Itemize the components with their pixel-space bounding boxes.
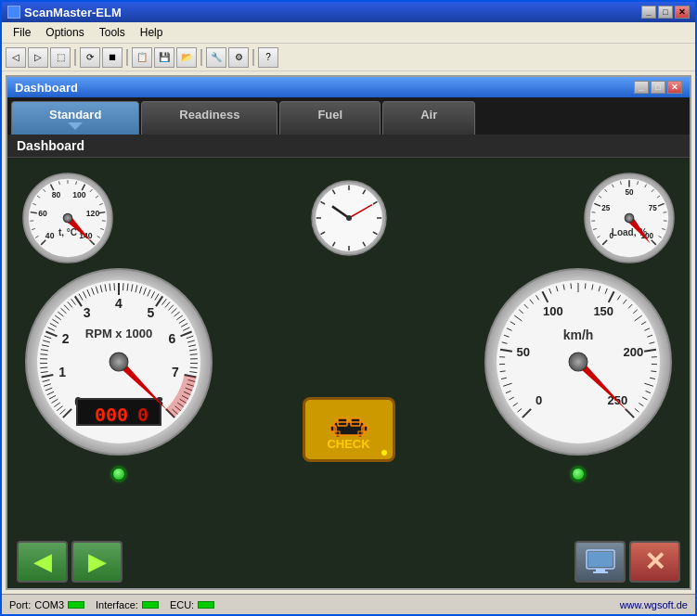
toolbar-sep-4 (252, 49, 254, 66)
menu-help[interactable]: Help (133, 24, 171, 41)
dash-win-controls: _ □ ✕ (634, 81, 682, 94)
toolbar-btn-10[interactable]: ⚙ (228, 47, 249, 68)
tab-readiness[interactable]: Readiness (141, 101, 278, 135)
tabs-bar: Standard Readiness Fuel Air (7, 97, 690, 135)
menu-file[interactable]: File (6, 24, 38, 41)
toolbar-btn-4[interactable]: ⟳ (80, 47, 100, 68)
dash-titlebar: Dashboard _ □ ✕ (7, 77, 690, 97)
toolbar: ◁ ▷ ⬚ ⟳ ⏹ 📋 💾 📂 🔧 ⚙ ? (2, 44, 695, 71)
app-icon (7, 6, 20, 19)
menu-options[interactable]: Options (38, 24, 91, 41)
speed-gauge (476, 260, 680, 481)
close-icon: ✕ (644, 546, 665, 577)
check-engine-light: CHECK (303, 397, 395, 462)
load-gauge (578, 167, 680, 269)
back-icon: ◀ (33, 547, 52, 576)
gauge-area: CHECK (7, 158, 690, 535)
app-win-controls: _ □ ✕ (641, 6, 690, 19)
nav-right: ✕ (574, 541, 680, 583)
toolbar-btn-6[interactable]: 📋 (132, 47, 152, 68)
toolbar-btn-2[interactable]: ▷ (28, 47, 48, 68)
app-window: ScanMaster-ELM _ □ ✕ File Options Tools … (0, 0, 697, 616)
svg-rect-3 (330, 426, 336, 431)
statusbar: Port: COM3 Interface: ECU: www.wgsoft.de (2, 594, 695, 614)
dash-title: Dashboard (15, 81, 78, 95)
tab-standard[interactable]: Standard (11, 101, 139, 135)
status-left: Port: COM3 Interface: ECU: (9, 599, 214, 610)
toolbar-sep-2 (126, 49, 128, 66)
gauges-top-row (17, 167, 680, 269)
speed-led (572, 468, 585, 481)
toolbar-btn-7[interactable]: 💾 (154, 47, 174, 68)
status-port: Port: COM3 (9, 599, 84, 610)
app-titlebar: ScanMaster-ELM _ □ ✕ (2, 2, 695, 22)
menu-tools[interactable]: Tools (92, 24, 133, 41)
port-label: Port: (9, 599, 31, 610)
app-close-btn[interactable]: ✕ (675, 6, 690, 19)
temp-gauge (17, 167, 119, 269)
gauges-bottom-row: CHECK (17, 260, 680, 481)
svg-rect-15 (588, 552, 613, 567)
app-maximize-btn[interactable]: □ (658, 6, 673, 19)
toolbar-btn-5[interactable]: ⏹ (102, 47, 123, 68)
dash-section-label: Dashboard (7, 135, 690, 158)
rpm-gauge (17, 260, 221, 481)
port-led (68, 601, 84, 609)
forward-button[interactable]: ▶ (71, 541, 123, 583)
toolbar-btn-3[interactable]: ⬚ (50, 47, 71, 68)
back-button[interactable]: ◀ (17, 541, 68, 583)
dash-close-btn[interactable]: ✕ (667, 81, 682, 94)
menubar: File Options Tools Help (2, 22, 695, 44)
engine-icon (327, 409, 371, 437)
toolbar-btn-9[interactable]: 🔧 (206, 47, 226, 68)
toolbar-btn-8[interactable]: 📂 (176, 47, 197, 68)
nav-buttons: ◀ ▶ ✕ (7, 535, 690, 588)
check-label: CHECK (327, 437, 369, 451)
interface-label: Interface: (96, 599, 138, 610)
interface-led (142, 601, 159, 609)
svg-rect-4 (362, 426, 368, 431)
svg-rect-17 (593, 571, 608, 573)
forward-icon: ▶ (88, 547, 107, 576)
monitor-icon (586, 549, 615, 575)
toolbar-btn-1[interactable]: ◁ (6, 47, 26, 68)
check-dot (381, 450, 387, 456)
monitor-button[interactable] (574, 541, 626, 583)
status-interface: Interface: (96, 599, 159, 610)
port-value: COM3 (34, 599, 64, 610)
status-ecu: ECU: (170, 599, 214, 610)
ecu-label: ECU: (170, 599, 194, 610)
app-minimize-btn[interactable]: _ (641, 6, 656, 19)
ecu-led (198, 601, 214, 609)
status-website: www.wgsoft.de (620, 599, 688, 610)
toolbar-sep-3 (200, 49, 202, 66)
tab-fuel[interactable]: Fuel (279, 101, 381, 135)
app-title-text: ScanMaster-ELM (24, 6, 122, 19)
toolbar-sep-1 (74, 49, 76, 66)
nav-left: ◀ ▶ (17, 541, 123, 583)
tab-air[interactable]: Air (382, 101, 475, 135)
tab-active-indicator (68, 122, 83, 130)
dashboard-window: Dashboard _ □ ✕ Standard Readiness Fuel … (6, 75, 691, 590)
toolbar-btn-11[interactable]: ? (258, 47, 278, 68)
app-title: ScanMaster-ELM (7, 6, 122, 19)
svg-rect-16 (596, 569, 605, 571)
close-button[interactable]: ✕ (629, 541, 680, 583)
rpm-led (112, 468, 125, 481)
clock-gauge (307, 176, 391, 260)
dash-maximize-btn[interactable]: □ (651, 81, 665, 94)
dash-minimize-btn[interactable]: _ (634, 81, 649, 94)
